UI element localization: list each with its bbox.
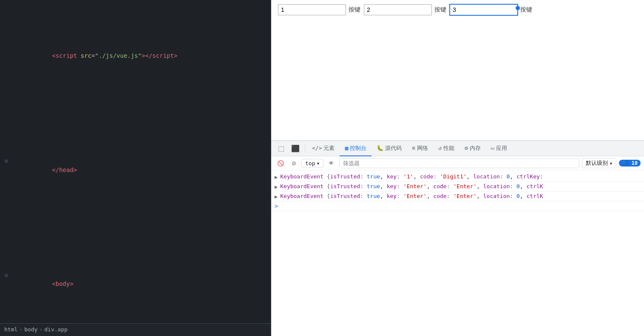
right-panel: 按键 按键 按键 ⬚ ⬛ bbox=[271, 0, 644, 336]
tab-sources[interactable]: 🐛 源代码 bbox=[372, 141, 407, 156]
tab-application[interactable]: ▭ 应用 bbox=[486, 141, 512, 156]
inspect-element-button[interactable]: ⬚ bbox=[275, 143, 288, 154]
performance-label: 性能 bbox=[443, 144, 454, 152]
tab-performance[interactable]: ↺ 性能 bbox=[433, 141, 460, 156]
clear-icon: 🚫 bbox=[277, 160, 284, 167]
top-frame-dropdown[interactable]: top ▾ bbox=[301, 159, 323, 168]
breadcrumb-separator: › bbox=[19, 325, 23, 334]
network-icon: ≋ bbox=[412, 145, 415, 151]
log-entry-2[interactable]: ▶ KeyboardEvent {isTrusted: true, key: '… bbox=[271, 192, 644, 201]
code-editor-panel: <script src="./js/vue.js"></script> ◇ </… bbox=[0, 0, 271, 336]
breadcrumb-body[interactable]: body bbox=[24, 325, 37, 334]
log-entry-1[interactable]: ▶ KeyboardEvent {isTrusted: true, key: '… bbox=[271, 182, 644, 192]
tab-console[interactable]: ▦ 控制台 bbox=[340, 141, 372, 156]
input-wrapper-3 bbox=[450, 4, 518, 15]
code-line bbox=[0, 222, 271, 232]
breadcrumb-bar: html › body › div.app bbox=[0, 323, 271, 336]
console-log-area: ▶ KeyboardEvent {isTrusted: true, key: '… bbox=[271, 170, 644, 336]
log-text-2: KeyboardEvent {isTrusted: true, key: 'En… bbox=[280, 193, 641, 199]
tab-memory[interactable]: ⚙ 内存 bbox=[460, 141, 486, 156]
console-toolbar: 🚫 ⊘ top ▾ 👁 默认级别 ▾ 🔵 bbox=[271, 156, 644, 170]
main-container: <script src="./js/vue.js"></script> ◇ </… bbox=[0, 0, 644, 336]
console-prompt-line[interactable]: > bbox=[271, 201, 644, 211]
breadcrumb-divapp[interactable]: div.app bbox=[44, 325, 68, 334]
line-content bbox=[13, 222, 267, 232]
application-icon: ▭ bbox=[491, 145, 494, 151]
badge-icon: 🔵 bbox=[622, 160, 628, 166]
message-count-badge: 🔵 10 bbox=[619, 160, 641, 167]
preview-input-2[interactable] bbox=[364, 4, 432, 15]
eye-icon: 👁 bbox=[329, 160, 334, 167]
line-gutter: ◇ bbox=[0, 270, 13, 280]
collapse-icon[interactable]: ◇ bbox=[5, 270, 8, 280]
dropdown-chevron-icon: ▾ bbox=[316, 160, 320, 167]
preview-label-3: 按键 bbox=[520, 6, 532, 14]
preview-input-3[interactable] bbox=[450, 4, 518, 15]
code-line bbox=[0, 108, 271, 117]
network-label: 网络 bbox=[417, 144, 428, 152]
tab-network[interactable]: ≋ 网络 bbox=[407, 141, 433, 156]
line-content: </head> bbox=[13, 155, 267, 184]
application-label: 应用 bbox=[496, 144, 507, 152]
elements-icon: </> bbox=[312, 145, 322, 151]
log-entry-0[interactable]: ▶ KeyboardEvent {isTrusted: true, key: '… bbox=[271, 172, 644, 182]
preview-label-2: 按键 bbox=[434, 6, 446, 14]
code-line: ◇ <body> bbox=[0, 270, 271, 298]
clear-console-button[interactable]: 🚫 bbox=[275, 159, 287, 168]
breadcrumb-separator: › bbox=[39, 325, 43, 334]
top-label: top bbox=[305, 160, 315, 167]
tab-elements[interactable]: </> 元素 bbox=[307, 141, 340, 156]
devtools-panel: ⬚ ⬛ </> 元素 ▦ 控制台 🐛 源代码 ≋ 网络 bbox=[271, 141, 644, 336]
filter-input[interactable] bbox=[339, 158, 579, 168]
elements-label: 元素 bbox=[323, 144, 335, 152]
device-toggle-button[interactable]: ⬛ bbox=[288, 143, 303, 154]
line-gutter bbox=[0, 108, 13, 108]
line-gutter bbox=[0, 222, 13, 223]
log-text-1: KeyboardEvent {isTrusted: true, key: 'En… bbox=[280, 183, 641, 189]
code-line: <script src="./js/vue.js"></script> bbox=[0, 42, 271, 70]
input-group-2: 按键 bbox=[364, 4, 446, 15]
line-gutter bbox=[0, 42, 13, 42]
badge-number: 10 bbox=[632, 160, 638, 166]
line-content: <script src="./js/vue.js"></script> bbox=[13, 42, 267, 70]
level-chevron-icon: ▾ bbox=[609, 160, 613, 167]
preview-label-1: 按键 bbox=[349, 6, 360, 14]
memory-icon: ⚙ bbox=[465, 145, 468, 151]
line-content: <body> bbox=[13, 270, 267, 298]
breadcrumb-html[interactable]: html bbox=[4, 325, 17, 334]
collapse-icon[interactable]: ◇ bbox=[5, 156, 8, 165]
preview-area: 按键 按键 按键 bbox=[271, 0, 644, 141]
console-tab-label: 控制台 bbox=[350, 144, 366, 152]
memory-label: 内存 bbox=[470, 144, 481, 152]
eye-button[interactable]: 👁 bbox=[326, 159, 337, 168]
log-expand-arrow-0[interactable]: ▶ bbox=[275, 174, 278, 180]
log-expand-arrow-2[interactable]: ▶ bbox=[275, 194, 278, 200]
tab-separator bbox=[305, 144, 305, 153]
block-console-button[interactable]: ⊘ bbox=[289, 159, 299, 168]
performance-icon: ↺ bbox=[438, 145, 442, 151]
sources-icon: 🐛 bbox=[377, 145, 383, 151]
line-content bbox=[13, 108, 267, 117]
input-group-1: 按键 bbox=[278, 4, 360, 15]
level-label: 默认级别 bbox=[586, 159, 608, 167]
console-prompt-symbol: > bbox=[275, 203, 278, 209]
input-group-3: 按键 bbox=[450, 4, 532, 15]
line-gutter: ◇ bbox=[0, 155, 13, 165]
code-line: ◇ </head> bbox=[0, 155, 271, 184]
log-level-dropdown[interactable]: 默认级别 ▾ bbox=[582, 158, 616, 168]
block-icon: ⊘ bbox=[292, 160, 296, 167]
devtools-tabs-bar: ⬚ ⬛ </> 元素 ▦ 控制台 🐛 源代码 ≋ 网络 bbox=[271, 141, 644, 156]
preview-input-1[interactable] bbox=[278, 4, 346, 15]
code-content: <script src="./js/vue.js"></script> ◇ </… bbox=[0, 0, 271, 336]
log-expand-arrow-1[interactable]: ▶ bbox=[275, 184, 278, 190]
console-tab-icon: ▦ bbox=[345, 145, 348, 151]
sources-label: 源代码 bbox=[385, 144, 402, 152]
cursor-indicator bbox=[516, 6, 520, 10]
log-text-0: KeyboardEvent {isTrusted: true, key: '1'… bbox=[280, 173, 641, 180]
